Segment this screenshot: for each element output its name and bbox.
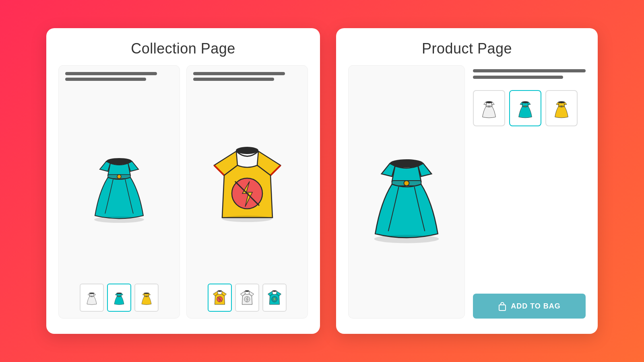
collection-grid: S (58, 65, 308, 319)
tshirt-thumb-teal[interactable]: S (262, 284, 287, 312)
collection-dress-item (58, 65, 180, 319)
product-main-dress-svg (358, 135, 455, 249)
dress-thumbnails (80, 284, 159, 312)
tshirt-name-bar-1 (193, 72, 285, 75)
dress-name-bars (65, 72, 173, 83)
svg-point-3 (94, 216, 144, 223)
product-main-image-container (348, 65, 465, 319)
svg-point-34 (525, 106, 526, 107)
tshirt-thumbnails: S (208, 284, 287, 312)
svg-point-22 (272, 290, 277, 292)
svg-point-2 (117, 175, 121, 179)
product-thumb-white[interactable] (473, 90, 505, 126)
svg-point-13 (236, 147, 258, 154)
detail-bar-1 (473, 69, 586, 72)
dress-thumb-white[interactable] (80, 284, 104, 312)
main-container: Collection Page (0, 0, 644, 362)
tshirt-name-bar-2 (193, 78, 274, 81)
product-thumbnails-row (473, 90, 586, 126)
svg-text:S: S (274, 298, 276, 300)
add-to-bag-label: ADD TO BAG (511, 302, 561, 311)
name-bar-1 (65, 72, 157, 75)
dress-thumb-yellow[interactable] (134, 284, 159, 312)
product-page-title: Product Page (348, 40, 586, 57)
svg-point-37 (561, 106, 562, 107)
dress-thumb-teal[interactable] (107, 284, 131, 312)
product-page-card: Product Page (336, 28, 598, 334)
svg-point-6 (91, 296, 92, 297)
collection-tshirt-item: S (186, 65, 308, 319)
svg-point-9 (119, 296, 120, 297)
detail-bar-2 (473, 76, 563, 79)
product-details-panel: ADD TO BAG (473, 65, 586, 319)
collection-page-title: Collection Page (58, 40, 308, 57)
svg-point-20 (245, 290, 249, 292)
product-thumb-yellow[interactable] (545, 90, 578, 126)
bag-icon (498, 301, 507, 311)
svg-point-28 (374, 234, 439, 243)
svg-point-27 (404, 181, 409, 186)
name-bar-2 (65, 78, 146, 81)
tshirt-thumb-yellow[interactable] (208, 284, 232, 312)
product-detail-bars (473, 69, 586, 82)
tshirt-image-area (193, 88, 301, 279)
add-to-bag-button[interactable]: ADD TO BAG (473, 294, 586, 319)
svg-rect-38 (499, 305, 506, 311)
svg-point-17 (217, 290, 222, 292)
tshirt-thumb-white[interactable] (235, 284, 259, 312)
yellow-tshirt-large-svg (210, 143, 285, 224)
collection-page-card: Collection Page (46, 28, 320, 334)
product-thumb-teal[interactable] (509, 90, 541, 126)
tshirt-name-bars (193, 72, 301, 83)
svg-point-12 (146, 296, 147, 297)
product-page-content: ADD TO BAG (348, 65, 586, 319)
svg-point-16 (222, 216, 272, 222)
dress-image-area (65, 88, 173, 279)
svg-point-31 (489, 106, 490, 107)
teal-dress-large-svg (83, 139, 155, 228)
